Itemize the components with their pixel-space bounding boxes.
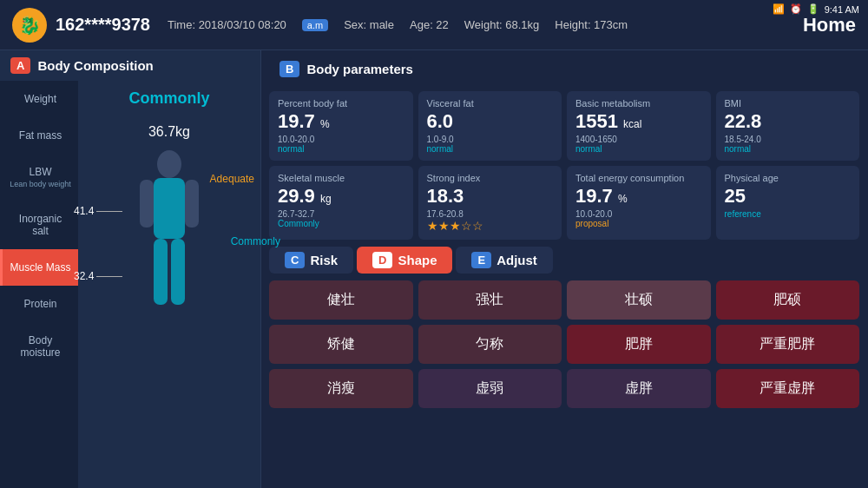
body-composition-title: A Body Composition <box>0 50 260 81</box>
marker-32: 32.4 <box>74 270 122 282</box>
tab-risk[interactable]: C Risk <box>269 247 353 274</box>
nav-item-lbw-sub: Lean body weight <box>10 180 71 188</box>
tab-risk-label: Risk <box>310 253 338 267</box>
nav-item-moisture[interactable]: Body moisture <box>0 322 78 371</box>
param-value-6: 19.7 % <box>575 185 702 208</box>
param-title-4: Skeletal muscle <box>278 173 404 183</box>
svg-rect-5 <box>171 239 185 305</box>
nav-item-fatmass[interactable]: Fat mass <box>0 117 78 154</box>
user-phone: 162****9378 <box>56 15 150 35</box>
param-status-1: normal <box>427 144 554 154</box>
shape-cell-1[interactable]: 强壮 <box>418 280 562 320</box>
param-range-5: 17.6-20.8 <box>427 209 554 219</box>
header-age: Age: 22 <box>410 18 449 31</box>
nav-item-protein[interactable]: Protein <box>0 286 78 322</box>
param-title-2: Basic metabolism <box>575 98 702 109</box>
tab-badge-d: D <box>372 252 392 268</box>
param-title-1: Visceral fat <box>427 98 554 109</box>
nav-item-muscle[interactable]: Muscle Mass <box>0 249 78 286</box>
body-commonly-label: Commonly <box>128 89 209 108</box>
tab-shape[interactable]: D Shape <box>357 247 452 274</box>
param-status-6: proposal <box>575 219 702 228</box>
shape-cell-8[interactable]: 消瘦 <box>269 369 413 408</box>
shape-cell-2[interactable]: 壮硕 <box>567 280 711 320</box>
param-range-4: 26.7-32.7 <box>278 209 404 219</box>
param-status-4: Commonly <box>278 219 404 228</box>
battery-icon: 🔋 <box>807 3 819 15</box>
shape-cell-5[interactable]: 匀称 <box>418 325 562 364</box>
param-title-0: Percent body fat <box>278 98 404 109</box>
param-range-0: 10.0-20.0 <box>278 135 404 144</box>
adequate-label: Adequate <box>210 173 254 185</box>
right-panel: B Body parameters Percent body fat 19.7 … <box>260 50 868 488</box>
tab-adjust[interactable]: E Adjust <box>456 247 552 274</box>
tab-adjust-label: Adjust <box>496 253 537 267</box>
param-range-6: 10.0-20.0 <box>575 209 702 219</box>
param-value-7: 25 <box>725 185 852 208</box>
param-strong-index: Strong index 18.3 17.6-20.8 ★★★☆☆ <box>418 166 562 240</box>
body-visual: Commonly 36.7kg <box>78 81 260 488</box>
shape-cell-10[interactable]: 虚胖 <box>567 369 711 408</box>
tabs-section: C Risk D Shape E Adjust 健壮 强壮 壮硕 肥硕 矫健 <box>269 247 859 485</box>
param-value-3: 22.8 <box>725 110 852 133</box>
shape-cell-9[interactable]: 虚弱 <box>418 369 562 408</box>
shape-cell-3[interactable]: 肥硕 <box>716 280 860 320</box>
param-title-5: Strong index <box>427 173 554 183</box>
param-bmi: BMI 22.8 18.5-24.0 normal <box>716 91 860 161</box>
body-numeric: 36.7 <box>148 124 175 139</box>
param-basic-metabolism: Basic metabolism 1551 kcal 1400-1650 nor… <box>567 91 711 161</box>
marker-41: 41.4 <box>74 205 122 217</box>
header-time: Time: 2018/03/10 08:20 <box>168 18 286 31</box>
nav-item-weight[interactable]: Weight <box>0 81 78 117</box>
status-time: 9:41 AM <box>825 4 859 15</box>
header: 🐉 162****9378 Time: 2018/03/10 08:20 a.m… <box>0 0 868 50</box>
param-percent-body-fat: Percent body fat 19.7 % 10.0-20.0 normal <box>269 91 413 161</box>
nav-item-lbw[interactable]: LBW Lean body weight <box>0 154 78 201</box>
marker-32-value: 32.4 <box>74 270 94 282</box>
tab-shape-label: Shape <box>398 253 437 267</box>
shape-cell-7[interactable]: 严重肥胖 <box>716 325 860 364</box>
nav-list: Weight Fat mass LBW Lean body weight Ino… <box>0 81 78 488</box>
param-status-3: normal <box>725 144 852 154</box>
body-unit: kg <box>175 124 190 139</box>
shape-cell-0[interactable]: 健壮 <box>269 280 413 320</box>
param-visceral-fat: Visceral fat 6.0 1.0-9.0 normal <box>418 91 562 161</box>
header-sex: Sex: male <box>344 18 394 31</box>
param-physical-age: Physical age 25 reference <box>716 166 860 240</box>
param-title-6: Total energy consumption <box>575 173 702 183</box>
param-skeletal-muscle: Skeletal muscle 29.9 kg 26.7-32.7 Common… <box>269 166 413 240</box>
app-logo: 🐉 <box>12 8 47 43</box>
tab-badge-c: C <box>285 252 305 268</box>
param-status-7: reference <box>725 209 852 219</box>
nav-item-inorganic[interactable]: Inorganic salt <box>0 201 78 249</box>
status-bar: 📶 ⏰ 🔋 9:41 AM <box>764 0 868 18</box>
shape-cell-11[interactable]: 严重虚胖 <box>716 369 860 408</box>
param-range-1: 1.0-9.0 <box>427 135 554 144</box>
section-badge-b: B <box>279 61 299 77</box>
body-params-label: Body parameters <box>306 62 413 76</box>
svg-point-0 <box>157 150 181 178</box>
param-title-7: Physical age <box>725 173 852 183</box>
param-total-energy: Total energy consumption 19.7 % 10.0-20.… <box>567 166 711 240</box>
body-params-title: B Body parameters <box>269 54 859 84</box>
param-value-0: 19.7 % <box>278 110 404 133</box>
left-body: Weight Fat mass LBW Lean body weight Ino… <box>0 81 260 488</box>
svg-rect-2 <box>140 180 154 228</box>
param-value-4: 29.9 kg <box>278 185 404 208</box>
shape-cell-4[interactable]: 矫健 <box>269 325 413 364</box>
param-range-3: 18.5-24.0 <box>725 135 852 144</box>
param-title-3: BMI <box>725 98 852 109</box>
svg-rect-3 <box>185 180 199 228</box>
body-composition-label: Body Composition <box>37 58 153 73</box>
header-weight: Weight: 68.1kg <box>464 18 539 31</box>
alarm-icon: ⏰ <box>790 3 802 15</box>
wifi-icon: 📶 <box>773 3 785 15</box>
left-panel: A Body Composition Weight Fat mass LBW L… <box>0 50 260 488</box>
param-status-0: normal <box>278 144 404 154</box>
tabs-bar: C Risk D Shape E Adjust <box>269 247 859 274</box>
shape-cell-6[interactable]: 肥胖 <box>567 325 711 364</box>
mid-commonly-label: Commonly <box>231 235 280 247</box>
params-grid: Percent body fat 19.7 % 10.0-20.0 normal… <box>269 91 859 240</box>
human-silhouette <box>135 148 204 313</box>
param-range-2: 1400-1650 <box>575 135 702 144</box>
